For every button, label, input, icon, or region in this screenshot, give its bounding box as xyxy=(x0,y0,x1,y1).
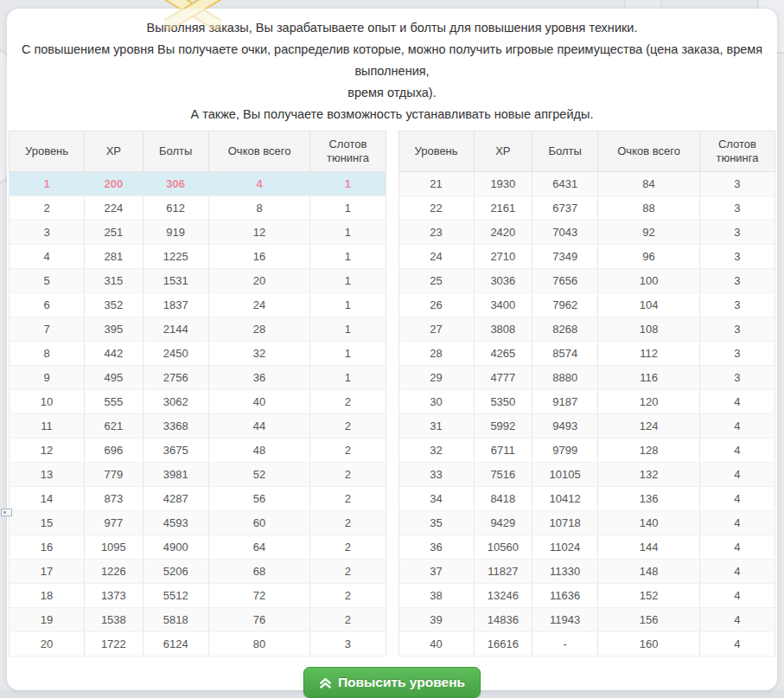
table-cell: 128 xyxy=(598,439,700,463)
table-row: 2324207043923 xyxy=(398,221,775,245)
table-cell: 10718 xyxy=(532,511,598,535)
table-cell: 44 xyxy=(208,414,310,439)
table-row: 3251919121 xyxy=(10,221,386,245)
table-cell: 224 xyxy=(85,196,143,221)
table-cell: 76 xyxy=(208,608,310,632)
table-cell: 11827 xyxy=(474,560,532,584)
table-cell: 22 xyxy=(398,196,474,221)
table-cell: 26 xyxy=(398,293,474,317)
table-cell: 4 xyxy=(699,535,774,560)
table-cell: 4777 xyxy=(474,366,532,390)
table-cell: 11024 xyxy=(532,535,598,560)
table-cell: 17 xyxy=(10,560,85,584)
table-cell: 152 xyxy=(598,584,700,608)
column-header-level: Уровень xyxy=(10,131,85,172)
table-cell: 132 xyxy=(598,463,700,487)
table-cell: 3675 xyxy=(143,439,208,463)
table-cell: 1 xyxy=(310,366,386,390)
table-cell: 37 xyxy=(398,560,474,584)
table-cell: 919 xyxy=(143,221,208,245)
button-row: Повысить уровень xyxy=(9,667,775,698)
table-row: 222461281 xyxy=(10,196,386,221)
table-cell: 8268 xyxy=(532,317,598,342)
table-cell: 4 xyxy=(699,414,774,439)
table-cell: 2 xyxy=(10,196,85,221)
column-header-tuning-slots: Слотов тюнинга xyxy=(310,131,386,172)
table-cell: 8418 xyxy=(474,487,532,511)
table-cell: 1 xyxy=(310,293,386,317)
table-cell: 14836 xyxy=(474,608,532,632)
table-cell: 2756 xyxy=(143,366,208,390)
table-row: 73952144281 xyxy=(10,317,386,342)
table-cell: 36 xyxy=(208,366,310,390)
table-cell: 5818 xyxy=(143,608,208,632)
table-cell: 116 xyxy=(598,366,700,390)
table-cell: 136 xyxy=(598,487,700,511)
table-cell: 4 xyxy=(699,632,774,656)
table-cell: 4 xyxy=(10,245,85,269)
table-cell: 3 xyxy=(699,196,774,221)
table-cell: 2 xyxy=(310,608,386,632)
table-cell: 4593 xyxy=(143,511,208,535)
table-cell: 29 xyxy=(398,366,474,390)
column-header-bolts: Болты xyxy=(532,131,598,172)
table-cell: 1 xyxy=(10,172,85,196)
double-chevron-up-icon xyxy=(319,676,332,689)
table-cell: 9493 xyxy=(532,414,598,439)
table-cell: 1 xyxy=(310,221,386,245)
table-cell: 8 xyxy=(208,196,310,221)
table-cell: 100 xyxy=(598,269,700,293)
table-cell: 1837 xyxy=(143,293,208,317)
table-row: 84422450321 xyxy=(10,342,386,366)
table-cell: 4 xyxy=(699,390,774,414)
table-cell: 779 xyxy=(85,463,143,487)
table-cell: 2 xyxy=(310,390,386,414)
table-cell: 10105 xyxy=(532,463,598,487)
table-cell: 10412 xyxy=(532,487,598,511)
table-cell: 4265 xyxy=(474,342,532,366)
table-cell: 3 xyxy=(699,245,774,269)
table-cell: 6711 xyxy=(474,439,532,463)
table-cell: 2710 xyxy=(474,245,532,269)
table-cell: 38 xyxy=(398,584,474,608)
table-cell: 13246 xyxy=(474,584,532,608)
table-cell: 3 xyxy=(699,221,774,245)
table-row: 116213368442 xyxy=(10,414,386,439)
table-cell: 612 xyxy=(143,196,208,221)
table-row: 1915385818762 xyxy=(10,608,386,632)
table-row: 3813246116361524 xyxy=(398,584,775,608)
table-cell: 18 xyxy=(10,584,85,608)
table-cell: 6124 xyxy=(143,632,208,656)
raise-level-button[interactable]: Повысить уровень xyxy=(303,667,481,698)
table-cell: 11 xyxy=(10,414,85,439)
table-cell: 5 xyxy=(10,269,85,293)
table-cell: 5992 xyxy=(474,414,532,439)
table-cell: 2450 xyxy=(143,342,208,366)
table-cell: 9429 xyxy=(474,511,532,535)
table-cell: 873 xyxy=(85,487,143,511)
table-cell: 1531 xyxy=(143,269,208,293)
table-cell: 6 xyxy=(10,293,85,317)
table-cell: 11636 xyxy=(532,584,598,608)
table-cell: 1930 xyxy=(474,172,532,196)
table-cell: 4 xyxy=(208,172,310,196)
table-cell: 112 xyxy=(598,342,700,366)
table-cell: 8880 xyxy=(532,366,598,390)
table-cell: 2 xyxy=(310,535,386,560)
table-row: 63521837241 xyxy=(10,293,386,317)
table-cell: 2 xyxy=(310,463,386,487)
column-header-bolts: Болты xyxy=(143,131,208,172)
table-cell: 20 xyxy=(208,269,310,293)
table-cell: 20 xyxy=(10,632,85,656)
table-cell: 2 xyxy=(310,414,386,439)
column-header-points-total: Очков всего xyxy=(208,131,310,172)
level-tables: Уровень XP Болты Очков всего Слотов тюни… xyxy=(9,131,775,656)
table-cell: 16 xyxy=(10,535,85,560)
table-cell: 4900 xyxy=(143,535,208,560)
table-row: 31599294931244 xyxy=(398,414,775,439)
table-row: 126963675482 xyxy=(10,439,386,463)
table-cell: 80 xyxy=(208,632,310,656)
table-cell: 3 xyxy=(310,632,386,656)
table-row: 1813735512722 xyxy=(10,584,386,608)
table-row: 120030641 xyxy=(10,172,386,196)
